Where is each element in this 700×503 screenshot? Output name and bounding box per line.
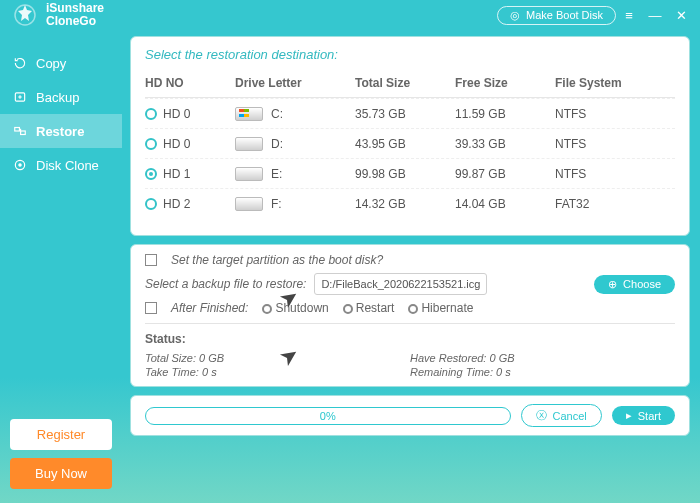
drive-icon <box>235 107 263 121</box>
choose-label: Choose <box>623 278 661 290</box>
boot-checkbox[interactable] <box>145 254 157 266</box>
minimize-button[interactable]: ― <box>642 4 668 26</box>
copy-icon <box>12 55 28 71</box>
sidebar-item-restore[interactable]: Restore <box>0 114 122 148</box>
boot-label: Set the target partition as the boot dis… <box>171 253 383 267</box>
cell-fs: NTFS <box>555 137 655 151</box>
close-button[interactable]: ✕ <box>668 4 694 26</box>
cell-letter: C: <box>271 107 283 121</box>
menu-button[interactable]: ≡ <box>616 4 642 26</box>
sidebar-item-backup[interactable]: Backup <box>0 80 122 114</box>
cell-hd: HD 1 <box>163 167 190 181</box>
make-boot-label: Make Boot Disk <box>526 9 603 21</box>
start-button[interactable]: ▸ Start <box>612 406 675 425</box>
app-name-2: CloneGo <box>46 15 104 28</box>
cancel-label: Cancel <box>553 410 587 422</box>
sidebar-label: Restore <box>36 124 84 139</box>
backup-icon <box>12 89 28 105</box>
table-row[interactable]: HD 1 E: 99.98 GB 99.87 GB NTFS <box>145 158 675 188</box>
cell-free: 99.87 GB <box>455 167 555 181</box>
after-finished-label: After Finished: <box>171 301 248 315</box>
row-radio[interactable] <box>145 168 157 180</box>
svg-point-5 <box>19 164 21 166</box>
row-radio[interactable] <box>145 108 157 120</box>
sidebar: Copy Backup Restore Disk Clone Register … <box>0 36 122 493</box>
progress-bar: 0% <box>145 407 511 425</box>
table-row[interactable]: HD 0 D: 43.95 GB 39.33 GB NTFS <box>145 128 675 158</box>
sidebar-item-copy[interactable]: Copy <box>0 46 122 80</box>
choose-button[interactable]: ⊕ Choose <box>594 275 675 294</box>
hibernate-radio[interactable] <box>408 304 418 314</box>
cell-fs: NTFS <box>555 167 655 181</box>
cell-fs: FAT32 <box>555 197 655 211</box>
sidebar-label: Backup <box>36 90 79 105</box>
start-label: Start <box>638 410 661 422</box>
play-icon: ▸ <box>626 409 632 422</box>
status-take: Take Time: 0 s <box>145 366 410 378</box>
status-remaining: Remaining Time: 0 s <box>410 366 675 378</box>
status-restored: Have Restored: 0 GB <box>410 352 675 364</box>
cell-hd: HD 0 <box>163 137 190 151</box>
plus-icon: ⊕ <box>608 278 617 291</box>
cell-total: 43.95 GB <box>355 137 455 151</box>
cell-total: 14.32 GB <box>355 197 455 211</box>
title-bar: iSunshare CloneGo ◎ Make Boot Disk ≡ ― ✕ <box>0 0 700 30</box>
register-button[interactable]: Register <box>10 419 112 450</box>
drive-icon <box>235 197 263 211</box>
progress-value: 0% <box>320 410 336 422</box>
destination-panel: Select the restoration destination: HD N… <box>130 36 690 236</box>
col-total: Total Size <box>355 76 455 90</box>
col-free: Free Size <box>455 76 555 90</box>
after-finished-checkbox[interactable] <box>145 302 157 314</box>
sidebar-item-disk-clone[interactable]: Disk Clone <box>0 148 122 182</box>
make-boot-disk-button[interactable]: ◎ Make Boot Disk <box>497 6 616 25</box>
cell-letter: F: <box>271 197 282 211</box>
svg-rect-2 <box>15 128 20 132</box>
col-drive: Drive Letter <box>235 76 355 90</box>
app-logo: iSunshare CloneGo <box>10 0 104 30</box>
sidebar-label: Copy <box>36 56 66 71</box>
table-row[interactable]: HD 0 C: 35.73 GB 11.59 GB NTFS <box>145 98 675 128</box>
svg-rect-3 <box>21 131 26 135</box>
col-fs: File System <box>555 76 655 90</box>
cell-total: 99.98 GB <box>355 167 455 181</box>
row-radio[interactable] <box>145 198 157 210</box>
table-row[interactable]: HD 2 F: 14.32 GB 14.04 GB FAT32 <box>145 188 675 218</box>
cell-total: 35.73 GB <box>355 107 455 121</box>
cancel-button[interactable]: ⓧ Cancel <box>521 404 602 427</box>
cell-free: 14.04 GB <box>455 197 555 211</box>
hibernate-label: Hibernate <box>421 301 473 315</box>
logo-icon <box>10 0 40 30</box>
drive-icon <box>235 167 263 181</box>
panel-title: Select the restoration destination: <box>145 47 675 62</box>
cell-fs: NTFS <box>555 107 655 121</box>
footer-panel: 0% ⓧ Cancel ▸ Start <box>130 395 690 436</box>
buy-now-button[interactable]: Buy Now <box>10 458 112 489</box>
restore-icon <box>12 123 28 139</box>
row-radio[interactable] <box>145 138 157 150</box>
file-path-value: D:/FileBack_2020622153521.icg <box>321 278 480 290</box>
cell-letter: D: <box>271 137 283 151</box>
cell-free: 39.33 GB <box>455 137 555 151</box>
cell-hd: HD 0 <box>163 107 190 121</box>
col-hdno: HD NO <box>145 76 235 90</box>
backup-file-input[interactable]: D:/FileBack_2020622153521.icg <box>314 273 487 295</box>
shutdown-radio[interactable] <box>262 304 272 314</box>
disc-icon: ◎ <box>510 9 520 22</box>
cancel-icon: ⓧ <box>536 408 547 423</box>
disk-clone-icon <box>12 157 28 173</box>
restart-label: Restart <box>356 301 395 315</box>
cell-free: 11.59 GB <box>455 107 555 121</box>
restart-radio[interactable] <box>343 304 353 314</box>
cell-letter: E: <box>271 167 282 181</box>
sidebar-label: Disk Clone <box>36 158 99 173</box>
status-heading: Status: <box>145 332 675 346</box>
table-header: HD NO Drive Letter Total Size Free Size … <box>145 68 675 98</box>
cell-hd: HD 2 <box>163 197 190 211</box>
drive-icon <box>235 137 263 151</box>
options-panel: Set the target partition as the boot dis… <box>130 244 690 387</box>
